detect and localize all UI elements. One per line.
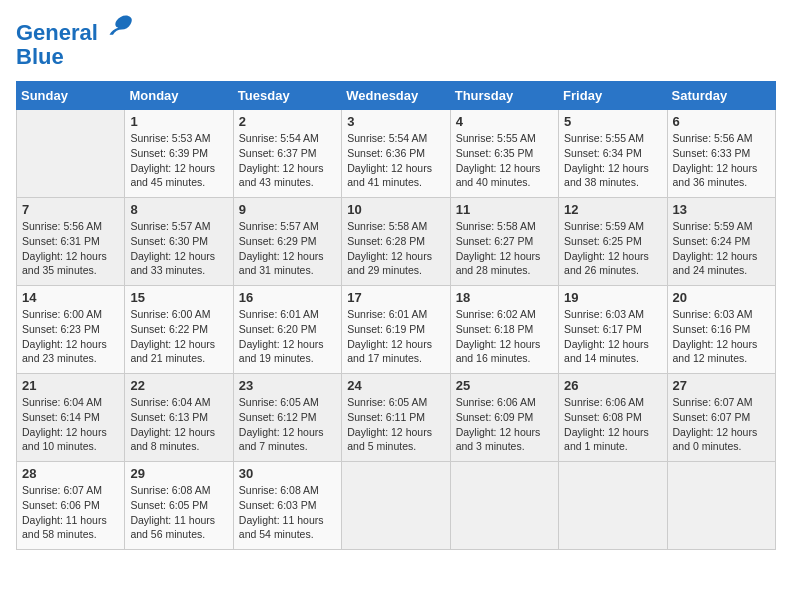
day-info: Sunrise: 6:03 AM Sunset: 6:17 PM Dayligh… xyxy=(564,307,661,366)
calendar-cell: 26Sunrise: 6:06 AM Sunset: 6:08 PM Dayli… xyxy=(559,374,667,462)
weekday-header-tuesday: Tuesday xyxy=(233,82,341,110)
day-number: 9 xyxy=(239,202,336,217)
day-number: 21 xyxy=(22,378,119,393)
day-info: Sunrise: 5:59 AM Sunset: 6:25 PM Dayligh… xyxy=(564,219,661,278)
day-info: Sunrise: 6:04 AM Sunset: 6:14 PM Dayligh… xyxy=(22,395,119,454)
calendar-cell: 5Sunrise: 5:55 AM Sunset: 6:34 PM Daylig… xyxy=(559,110,667,198)
calendar-cell: 20Sunrise: 6:03 AM Sunset: 6:16 PM Dayli… xyxy=(667,286,775,374)
day-number: 1 xyxy=(130,114,227,129)
calendar-cell xyxy=(17,110,125,198)
day-info: Sunrise: 6:06 AM Sunset: 6:09 PM Dayligh… xyxy=(456,395,553,454)
calendar-cell: 3Sunrise: 5:54 AM Sunset: 6:36 PM Daylig… xyxy=(342,110,450,198)
day-number: 26 xyxy=(564,378,661,393)
calendar-cell: 7Sunrise: 5:56 AM Sunset: 6:31 PM Daylig… xyxy=(17,198,125,286)
week-row-4: 21Sunrise: 6:04 AM Sunset: 6:14 PM Dayli… xyxy=(17,374,776,462)
calendar-cell: 28Sunrise: 6:07 AM Sunset: 6:06 PM Dayli… xyxy=(17,462,125,550)
calendar-cell: 17Sunrise: 6:01 AM Sunset: 6:19 PM Dayli… xyxy=(342,286,450,374)
calendar-header-row: SundayMondayTuesdayWednesdayThursdayFrid… xyxy=(17,82,776,110)
day-info: Sunrise: 5:57 AM Sunset: 6:30 PM Dayligh… xyxy=(130,219,227,278)
weekday-header-wednesday: Wednesday xyxy=(342,82,450,110)
calendar-cell xyxy=(342,462,450,550)
day-number: 19 xyxy=(564,290,661,305)
calendar-cell: 10Sunrise: 5:58 AM Sunset: 6:28 PM Dayli… xyxy=(342,198,450,286)
calendar-cell: 4Sunrise: 5:55 AM Sunset: 6:35 PM Daylig… xyxy=(450,110,558,198)
calendar-cell xyxy=(559,462,667,550)
day-number: 22 xyxy=(130,378,227,393)
calendar-cell xyxy=(450,462,558,550)
calendar-body: 1Sunrise: 5:53 AM Sunset: 6:39 PM Daylig… xyxy=(17,110,776,550)
calendar-cell: 2Sunrise: 5:54 AM Sunset: 6:37 PM Daylig… xyxy=(233,110,341,198)
day-info: Sunrise: 5:55 AM Sunset: 6:35 PM Dayligh… xyxy=(456,131,553,190)
day-number: 25 xyxy=(456,378,553,393)
day-number: 4 xyxy=(456,114,553,129)
day-number: 16 xyxy=(239,290,336,305)
calendar-cell: 19Sunrise: 6:03 AM Sunset: 6:17 PM Dayli… xyxy=(559,286,667,374)
day-info: Sunrise: 5:54 AM Sunset: 6:37 PM Dayligh… xyxy=(239,131,336,190)
day-number: 18 xyxy=(456,290,553,305)
day-number: 6 xyxy=(673,114,770,129)
calendar-cell: 9Sunrise: 5:57 AM Sunset: 6:29 PM Daylig… xyxy=(233,198,341,286)
page-header: General Blue xyxy=(16,16,776,69)
day-info: Sunrise: 5:57 AM Sunset: 6:29 PM Dayligh… xyxy=(239,219,336,278)
weekday-header-thursday: Thursday xyxy=(450,82,558,110)
calendar-cell: 24Sunrise: 6:05 AM Sunset: 6:11 PM Dayli… xyxy=(342,374,450,462)
logo-text: General Blue xyxy=(16,16,134,69)
day-info: Sunrise: 6:03 AM Sunset: 6:16 PM Dayligh… xyxy=(673,307,770,366)
calendar-cell: 13Sunrise: 5:59 AM Sunset: 6:24 PM Dayli… xyxy=(667,198,775,286)
calendar-cell: 27Sunrise: 6:07 AM Sunset: 6:07 PM Dayli… xyxy=(667,374,775,462)
day-number: 7 xyxy=(22,202,119,217)
day-info: Sunrise: 6:05 AM Sunset: 6:11 PM Dayligh… xyxy=(347,395,444,454)
day-info: Sunrise: 5:53 AM Sunset: 6:39 PM Dayligh… xyxy=(130,131,227,190)
day-number: 23 xyxy=(239,378,336,393)
day-info: Sunrise: 6:01 AM Sunset: 6:19 PM Dayligh… xyxy=(347,307,444,366)
day-number: 11 xyxy=(456,202,553,217)
weekday-header-friday: Friday xyxy=(559,82,667,110)
day-info: Sunrise: 6:04 AM Sunset: 6:13 PM Dayligh… xyxy=(130,395,227,454)
day-number: 14 xyxy=(22,290,119,305)
calendar-cell: 23Sunrise: 6:05 AM Sunset: 6:12 PM Dayli… xyxy=(233,374,341,462)
weekday-header-saturday: Saturday xyxy=(667,82,775,110)
calendar-cell: 11Sunrise: 5:58 AM Sunset: 6:27 PM Dayli… xyxy=(450,198,558,286)
day-info: Sunrise: 5:55 AM Sunset: 6:34 PM Dayligh… xyxy=(564,131,661,190)
day-info: Sunrise: 5:56 AM Sunset: 6:31 PM Dayligh… xyxy=(22,219,119,278)
day-number: 27 xyxy=(673,378,770,393)
day-number: 15 xyxy=(130,290,227,305)
logo-blue: Blue xyxy=(16,44,64,69)
week-row-2: 7Sunrise: 5:56 AM Sunset: 6:31 PM Daylig… xyxy=(17,198,776,286)
day-info: Sunrise: 6:07 AM Sunset: 6:07 PM Dayligh… xyxy=(673,395,770,454)
day-number: 28 xyxy=(22,466,119,481)
day-number: 2 xyxy=(239,114,336,129)
calendar-cell: 18Sunrise: 6:02 AM Sunset: 6:18 PM Dayli… xyxy=(450,286,558,374)
day-number: 5 xyxy=(564,114,661,129)
day-info: Sunrise: 6:05 AM Sunset: 6:12 PM Dayligh… xyxy=(239,395,336,454)
day-number: 24 xyxy=(347,378,444,393)
week-row-1: 1Sunrise: 5:53 AM Sunset: 6:39 PM Daylig… xyxy=(17,110,776,198)
calendar-cell: 29Sunrise: 6:08 AM Sunset: 6:05 PM Dayli… xyxy=(125,462,233,550)
day-info: Sunrise: 5:54 AM Sunset: 6:36 PM Dayligh… xyxy=(347,131,444,190)
week-row-3: 14Sunrise: 6:00 AM Sunset: 6:23 PM Dayli… xyxy=(17,286,776,374)
logo: General Blue xyxy=(16,16,134,69)
calendar-cell: 14Sunrise: 6:00 AM Sunset: 6:23 PM Dayli… xyxy=(17,286,125,374)
weekday-header-sunday: Sunday xyxy=(17,82,125,110)
calendar-cell: 8Sunrise: 5:57 AM Sunset: 6:30 PM Daylig… xyxy=(125,198,233,286)
calendar-cell: 16Sunrise: 6:01 AM Sunset: 6:20 PM Dayli… xyxy=(233,286,341,374)
day-info: Sunrise: 6:08 AM Sunset: 6:03 PM Dayligh… xyxy=(239,483,336,542)
day-info: Sunrise: 6:01 AM Sunset: 6:20 PM Dayligh… xyxy=(239,307,336,366)
day-number: 17 xyxy=(347,290,444,305)
day-number: 13 xyxy=(673,202,770,217)
day-number: 29 xyxy=(130,466,227,481)
calendar-cell: 25Sunrise: 6:06 AM Sunset: 6:09 PM Dayli… xyxy=(450,374,558,462)
calendar-cell: 15Sunrise: 6:00 AM Sunset: 6:22 PM Dayli… xyxy=(125,286,233,374)
calendar-cell: 1Sunrise: 5:53 AM Sunset: 6:39 PM Daylig… xyxy=(125,110,233,198)
calendar-cell: 21Sunrise: 6:04 AM Sunset: 6:14 PM Dayli… xyxy=(17,374,125,462)
calendar-cell: 22Sunrise: 6:04 AM Sunset: 6:13 PM Dayli… xyxy=(125,374,233,462)
logo-general: General xyxy=(16,20,98,45)
day-info: Sunrise: 5:59 AM Sunset: 6:24 PM Dayligh… xyxy=(673,219,770,278)
week-row-5: 28Sunrise: 6:07 AM Sunset: 6:06 PM Dayli… xyxy=(17,462,776,550)
day-number: 8 xyxy=(130,202,227,217)
calendar-table: SundayMondayTuesdayWednesdayThursdayFrid… xyxy=(16,81,776,550)
calendar-cell: 30Sunrise: 6:08 AM Sunset: 6:03 PM Dayli… xyxy=(233,462,341,550)
day-number: 30 xyxy=(239,466,336,481)
calendar-cell: 12Sunrise: 5:59 AM Sunset: 6:25 PM Dayli… xyxy=(559,198,667,286)
day-info: Sunrise: 5:56 AM Sunset: 6:33 PM Dayligh… xyxy=(673,131,770,190)
